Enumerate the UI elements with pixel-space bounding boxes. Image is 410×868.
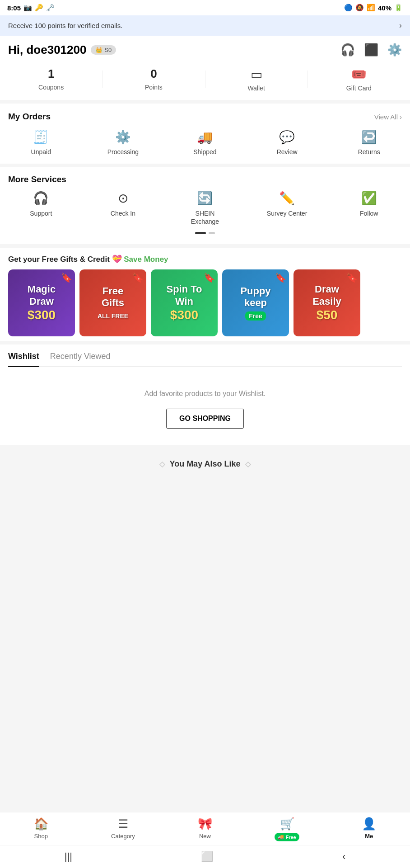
- review-icon: 💬: [279, 130, 295, 145]
- bottom-spacer: [0, 480, 410, 570]
- service-survey[interactable]: ✏️ Survey Center: [246, 191, 328, 226]
- status-right: 🔵 🔕 📶 40% 🔋: [344, 4, 403, 12]
- promo-card-magic[interactable]: 🔖 MagicDraw $300: [8, 269, 75, 336]
- promo-card-spin[interactable]: 🔖 Spin ToWin $300: [151, 269, 218, 336]
- services-row: 🎧 Support ⊙ Check In 🔄 SHEINExchange ✏️ …: [0, 188, 410, 229]
- video-icon: 📷: [23, 4, 32, 12]
- tab-recently-viewed[interactable]: Recently Viewed: [50, 352, 111, 366]
- draw-text: DrawEasily $50: [312, 283, 341, 322]
- nav-free[interactable]: 🛒 🚚 Free: [246, 817, 328, 841]
- new-icon: 🎀: [198, 817, 212, 831]
- survey-label: Survey Center: [267, 209, 307, 217]
- unpaid-icon: 🧾: [33, 130, 49, 145]
- review-label: Review: [277, 148, 298, 156]
- category-label: Category: [111, 833, 135, 840]
- save-money-text: Save Money: [124, 255, 168, 264]
- follow-label: Follow: [360, 209, 378, 217]
- tab-wishlist[interactable]: Wishlist: [8, 352, 39, 367]
- headset-icon[interactable]: 🎧: [340, 43, 355, 57]
- promo-banner-arrow[interactable]: ›: [399, 21, 402, 30]
- also-like-section: ◇ You May Also Like ◇: [0, 448, 410, 480]
- order-unpaid[interactable]: 🧾 Unpaid: [0, 130, 82, 156]
- time-display: 8:05: [7, 4, 21, 12]
- profile-icons: 🎧 ⬛ ⚙️: [340, 43, 402, 57]
- coupons-stat[interactable]: 1 Coupons: [0, 67, 102, 92]
- all-free-text: ALL FREE: [98, 312, 128, 320]
- recents-button[interactable]: ‹: [342, 851, 345, 863]
- mute-icon: 🔕: [355, 4, 364, 12]
- orders-row: 🧾 Unpaid ⚙️ Processing 🚚 Shipped 💬 Revie…: [0, 125, 410, 167]
- service-follow[interactable]: ✅ Follow: [328, 191, 410, 226]
- unpaid-label: Unpaid: [31, 148, 51, 156]
- back-button[interactable]: |||: [65, 851, 72, 863]
- scan-icon[interactable]: ⬛: [364, 43, 378, 57]
- check-in-label: Check In: [111, 209, 135, 217]
- wishlist-section: Wishlist Recently Viewed Add favorite pr…: [0, 344, 410, 448]
- follow-icon: ✅: [361, 191, 377, 206]
- service-shein-exchange[interactable]: 🔄 SHEINExchange: [164, 191, 246, 226]
- magic-amount: $300: [28, 308, 56, 322]
- nav-me[interactable]: 👤 Me: [328, 817, 410, 841]
- promo-card-draw[interactable]: 🔖 DrawEasily $50: [294, 269, 360, 336]
- puppy-bookmark: 🔖: [275, 272, 286, 283]
- processing-label: Processing: [107, 148, 139, 156]
- vip-badge[interactable]: 👑 S0: [91, 45, 116, 55]
- support-label: Support: [30, 209, 52, 217]
- shipped-label: Shipped: [193, 148, 216, 156]
- me-icon: 👤: [362, 817, 376, 831]
- returns-label: Returns: [358, 148, 380, 156]
- gifts-section: Get your Free Gifts & Credit 💝 Save Mone…: [0, 248, 410, 344]
- promo-banner[interactable]: Receive 100 points for verified emails. …: [0, 15, 410, 36]
- exchange-label: SHEINExchange: [191, 209, 219, 226]
- status-bar: 8:05 📷 🔑 🗝️ 🔵 🔕 📶 40% 🔋: [0, 0, 410, 15]
- returns-icon: ↩️: [361, 130, 377, 145]
- free-gifts-text: FreeGifts ALL FREE: [98, 285, 128, 321]
- cart-icon: 🛒: [280, 817, 294, 831]
- wifi-icon: 📶: [367, 4, 375, 12]
- order-processing[interactable]: ⚙️ Processing: [82, 130, 164, 156]
- support-icon: 🎧: [33, 191, 49, 206]
- bluetooth-icon: 🔵: [344, 4, 353, 12]
- me-label: Me: [365, 833, 373, 840]
- points-stat[interactable]: 0 Points: [102, 67, 205, 92]
- view-all-orders[interactable]: View All ›: [374, 113, 402, 121]
- promo-card-free-gifts[interactable]: 🔖 FreeGifts ALL FREE: [79, 269, 146, 336]
- check-in-icon: ⊙: [118, 191, 128, 206]
- battery-icon: 🔋: [394, 4, 403, 12]
- nav-category[interactable]: ☰ Category: [82, 817, 164, 841]
- magic-bookmark: 🔖: [61, 272, 72, 283]
- processing-icon: ⚙️: [115, 130, 131, 145]
- wishlist-empty-text: Add favorite products to your Wishlist.: [144, 390, 266, 398]
- key2-icon: 🗝️: [46, 4, 55, 12]
- order-review[interactable]: 💬 Review: [246, 130, 328, 156]
- wallet-stat[interactable]: ▭ Wallet: [205, 67, 308, 92]
- nav-shop[interactable]: 🏠 Shop: [0, 817, 82, 841]
- service-check-in[interactable]: ⊙ Check In: [82, 191, 164, 226]
- profile-name: Hi, doe301200 👑 S0: [8, 43, 116, 57]
- key-icon: 🔑: [35, 4, 43, 12]
- profile-header: Hi, doe301200 👑 S0 🎧 ⬛ ⚙️: [0, 36, 410, 62]
- draw-bookmark: 🔖: [346, 272, 358, 283]
- gift-card-stat[interactable]: 🎟️ Gift Card: [308, 67, 410, 92]
- order-returns[interactable]: ↩️ Returns: [328, 130, 410, 156]
- service-support[interactable]: 🎧 Support: [0, 191, 82, 226]
- settings-icon[interactable]: ⚙️: [387, 43, 402, 57]
- new-label: New: [199, 833, 211, 840]
- battery-display: 40%: [378, 4, 391, 12]
- order-shipped[interactable]: 🚚 Shipped: [164, 130, 246, 156]
- bottom-nav: 🏠 Shop ☰ Category 🎀 New 🛒 🚚 Free 👤 Me ||…: [0, 812, 410, 868]
- promo-card-puppy[interactable]: 🔖 Puppykeep Free: [222, 269, 289, 336]
- stats-row: 1 Coupons 0 Points ▭ Wallet 🎟️ Gift Card: [0, 62, 410, 104]
- spin-amount: $300: [170, 308, 198, 322]
- scroll-dots: [0, 229, 410, 239]
- services-title: More Services: [8, 175, 66, 184]
- free-gifts-bookmark: 🔖: [132, 272, 144, 283]
- home-button[interactable]: ⬜: [201, 851, 213, 863]
- nav-new[interactable]: 🎀 New: [164, 817, 246, 841]
- puppy-free-text: Free: [245, 311, 266, 321]
- points-value: 0: [150, 67, 157, 81]
- wishlist-empty: Add favorite products to your Wishlist. …: [8, 376, 402, 438]
- go-shopping-button[interactable]: GO SHOPPING: [166, 409, 244, 429]
- wallet-label: Wallet: [247, 85, 265, 92]
- puppy-text: Puppykeep Free: [240, 285, 270, 321]
